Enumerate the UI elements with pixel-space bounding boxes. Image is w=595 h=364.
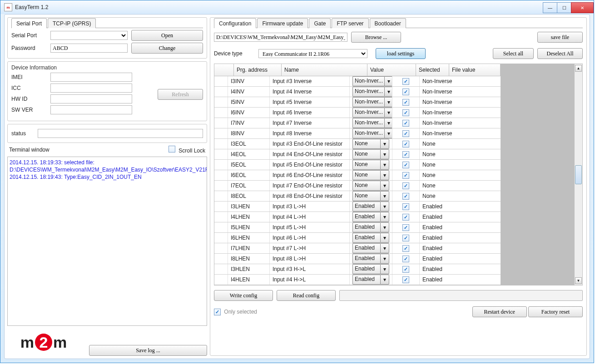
selected-checkbox[interactable]: ✓ <box>402 193 409 200</box>
load-settings-button[interactable]: load settings <box>376 48 426 59</box>
value-dropdown[interactable]: Enabled▾ <box>352 233 389 243</box>
save-file-button[interactable]: save file <box>537 32 583 43</box>
factory-reset-button[interactable]: Factory reset <box>528 306 583 317</box>
config-path-input[interactable] <box>214 33 347 42</box>
chevron-down-icon[interactable]: ▾ <box>384 87 392 97</box>
table-row[interactable]: I7EOLInput #7 End-Of-Line resistorNone▾✓… <box>214 181 501 191</box>
table-row[interactable]: I6EOLInput #6 End-Of-Line resistorNone▾✓… <box>214 170 501 181</box>
selected-checkbox[interactable]: ✓ <box>402 235 409 241</box>
selected-checkbox[interactable]: ✓ <box>402 266 409 273</box>
maximize-button[interactable]: ☐ <box>557 2 571 13</box>
save-log-button[interactable]: Save log ... <box>89 345 207 356</box>
chevron-down-icon[interactable]: ▾ <box>380 243 389 253</box>
left-tab-1[interactable]: TCP-IP (GPRS) <box>48 18 96 28</box>
value-dropdown[interactable]: None▾ <box>352 160 389 170</box>
table-row[interactable]: I6INVInput #6 InverseNon-Inver...▾✓Non-I… <box>214 108 501 118</box>
right-tab-1[interactable]: Firmware update <box>257 18 308 28</box>
table-row[interactable]: I3HLENInput #3 H->LEnabled▾✓Enabled <box>214 264 501 275</box>
serial-port-select[interactable] <box>50 31 128 40</box>
right-tab-3[interactable]: FTP server <box>332 18 368 28</box>
chevron-down-icon[interactable]: ▾ <box>380 254 389 264</box>
selected-checkbox[interactable]: ✓ <box>402 151 409 158</box>
deselect-all-button[interactable]: Deselect All <box>537 48 583 59</box>
value-dropdown[interactable]: Enabled▾ <box>352 212 389 222</box>
left-tab-0[interactable]: Serial Port <box>11 18 47 28</box>
selected-checkbox[interactable]: ✓ <box>402 89 409 95</box>
right-tab-2[interactable]: Gate <box>309 18 331 28</box>
scroll-lock-checkbox[interactable] <box>169 146 175 152</box>
chevron-down-icon[interactable]: ▾ <box>380 222 389 232</box>
chevron-down-icon[interactable]: ▾ <box>380 160 389 170</box>
value-dropdown[interactable]: Enabled▾ <box>352 222 389 232</box>
selected-checkbox[interactable]: ✓ <box>402 141 409 148</box>
table-row[interactable]: I4INVInput #4 InverseNon-Inver...▾✓Non-I… <box>214 87 501 97</box>
chevron-down-icon[interactable]: ▾ <box>384 118 392 128</box>
chevron-down-icon[interactable]: ▾ <box>380 170 389 180</box>
value-dropdown[interactable]: Non-Inver...▾ <box>352 97 392 107</box>
chevron-down-icon[interactable]: ▾ <box>380 202 389 212</box>
value-dropdown[interactable]: Non-Inver...▾ <box>352 108 392 118</box>
chevron-down-icon[interactable]: ▾ <box>384 76 392 86</box>
table-row[interactable]: I5EOLInput #5 End-Of-Line resistorNone▾✓… <box>214 160 501 170</box>
table-row[interactable]: I6LHENInput #6 L->HEnabled▾✓Enabled <box>214 233 501 243</box>
table-row[interactable]: I8INVInput #8 InverseNon-Inver...▾✓Non-I… <box>214 128 501 139</box>
table-row[interactable]: I5LHENInput #5 L->HEnabled▾✓Enabled <box>214 222 501 233</box>
scroll-thumb[interactable] <box>575 165 582 184</box>
chevron-down-icon[interactable]: ▾ <box>380 139 389 149</box>
restart-device-button[interactable]: Restart device <box>472 306 527 317</box>
selected-checkbox[interactable]: ✓ <box>402 214 409 221</box>
selected-checkbox[interactable]: ✓ <box>402 276 409 283</box>
value-dropdown[interactable]: Enabled▾ <box>352 254 389 264</box>
device-type-select[interactable]: Easy Communicator II 2.1R06 <box>258 49 367 58</box>
chevron-down-icon[interactable]: ▾ <box>380 191 389 201</box>
table-row[interactable]: I4LHENInput #4 L->HEnabled▾✓Enabled <box>214 212 501 222</box>
table-row[interactable]: I7INVInput #7 InverseNon-Inver...▾✓Non-I… <box>214 118 501 128</box>
table-row[interactable]: I3EOLInput #3 End-Of-Line resistorNone▾✓… <box>214 139 501 149</box>
table-row[interactable]: I8LHENInput #8 L->HEnabled▾✓Enabled <box>214 254 501 264</box>
selected-checkbox[interactable]: ✓ <box>402 130 409 137</box>
chevron-down-icon[interactable]: ▾ <box>384 97 392 107</box>
config-table[interactable]: I3INVInput #3 InverseNon-Inver...▾✓Non-I… <box>214 76 501 285</box>
chevron-down-icon[interactable]: ▾ <box>380 149 389 159</box>
value-dropdown[interactable]: None▾ <box>352 191 389 201</box>
chevron-down-icon[interactable]: ▾ <box>380 212 389 222</box>
selected-checkbox[interactable]: ✓ <box>402 99 409 106</box>
value-dropdown[interactable]: Enabled▾ <box>352 202 389 212</box>
scroll-down-icon[interactable]: ▼ <box>575 277 582 284</box>
select-all-button[interactable]: Select all <box>493 48 534 59</box>
value-dropdown[interactable]: None▾ <box>352 149 389 159</box>
value-dropdown[interactable]: Non-Inver...▾ <box>352 118 392 128</box>
value-dropdown[interactable]: None▾ <box>352 170 389 180</box>
chevron-down-icon[interactable]: ▾ <box>380 275 389 285</box>
value-dropdown[interactable]: None▾ <box>352 139 389 149</box>
read-config-button[interactable]: Read config <box>277 290 336 301</box>
value-dropdown[interactable]: None▾ <box>352 181 389 191</box>
chevron-down-icon[interactable]: ▾ <box>380 181 389 191</box>
selected-checkbox[interactable]: ✓ <box>402 109 409 116</box>
right-tab-0[interactable]: Configuration <box>214 18 256 28</box>
password-input[interactable] <box>50 44 128 53</box>
write-config-button[interactable]: Write config <box>214 290 273 301</box>
value-dropdown[interactable]: Non-Inver...▾ <box>352 87 392 97</box>
table-row[interactable]: I4HLENInput #4 H->LEnabled▾✓Enabled <box>214 275 501 285</box>
selected-checkbox[interactable]: ✓ <box>402 120 409 127</box>
selected-checkbox[interactable]: ✓ <box>402 162 409 168</box>
table-row[interactable]: I8EOLInput #8 End-Of-Line resistorNone▾✓… <box>214 191 501 202</box>
browse-button[interactable]: Browse ... <box>351 32 401 43</box>
only-selected-checkbox[interactable]: ✓ <box>214 309 221 315</box>
table-row[interactable]: I3LHENInput #3 L->HEnabled▾✓Enabled <box>214 202 501 212</box>
selected-checkbox[interactable]: ✓ <box>402 182 409 189</box>
chevron-down-icon[interactable]: ▾ <box>380 233 389 243</box>
open-button[interactable]: Open <box>131 30 203 41</box>
minimize-button[interactable]: — <box>543 2 557 13</box>
selected-checkbox[interactable]: ✓ <box>402 224 409 231</box>
selected-checkbox[interactable]: ✓ <box>402 172 409 179</box>
value-dropdown[interactable]: Enabled▾ <box>352 243 389 253</box>
table-row[interactable]: I5INVInput #5 InverseNon-Inver...▾✓Non-I… <box>214 97 501 108</box>
refresh-button[interactable]: Refresh <box>158 89 203 100</box>
value-dropdown[interactable]: Non-Inver...▾ <box>352 128 392 138</box>
selected-checkbox[interactable]: ✓ <box>402 245 409 252</box>
change-button[interactable]: Change <box>131 43 203 54</box>
value-dropdown[interactable]: Enabled▾ <box>352 264 389 274</box>
chevron-down-icon[interactable]: ▾ <box>380 264 389 274</box>
